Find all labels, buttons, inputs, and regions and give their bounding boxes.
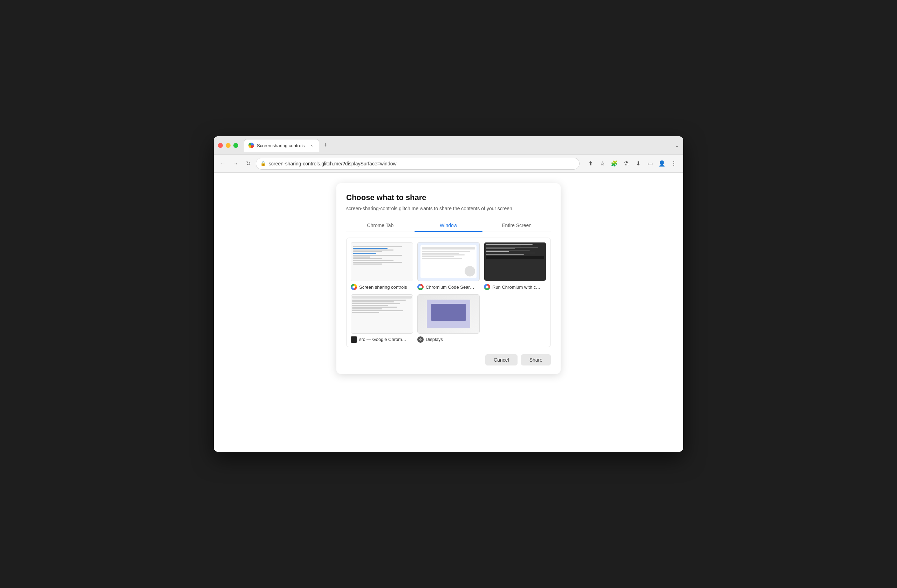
window-icon-5: ⚙ bbox=[417, 336, 424, 343]
window-label-1: Screen sharing controls bbox=[351, 284, 413, 290]
window-label-text-5: Displays bbox=[426, 337, 443, 342]
dialog-subtitle: screen-sharing-controls.glitch.me wants … bbox=[346, 206, 551, 211]
window-label-text-1: Screen sharing controls bbox=[359, 285, 407, 290]
window-thumb-1 bbox=[351, 242, 413, 281]
tab-title: Screen sharing controls bbox=[257, 143, 305, 148]
window-thumb-3 bbox=[484, 242, 546, 281]
window-thumb-4 bbox=[351, 294, 413, 333]
window-label-3: Run Chromium with co... bbox=[484, 284, 546, 290]
lock-icon: 🔒 bbox=[260, 161, 266, 166]
split-icon[interactable]: ▭ bbox=[645, 158, 655, 169]
window-label-text-4: src — Google Chrome... bbox=[359, 337, 408, 342]
reload-button[interactable]: ↻ bbox=[243, 159, 253, 168]
extensions-icon[interactable]: 🧩 bbox=[609, 158, 620, 169]
lab-icon[interactable]: ⚗ bbox=[621, 158, 631, 169]
share-dialog: Choose what to share screen-sharing-cont… bbox=[336, 183, 561, 374]
active-tab[interactable]: Screen sharing controls × bbox=[244, 139, 319, 152]
window-label-5: ⚙ Displays bbox=[417, 336, 480, 343]
tab-chrome-tab[interactable]: Chrome Tab bbox=[346, 219, 415, 232]
window-icon-2 bbox=[417, 284, 424, 290]
window-label-2: Chromium Code Searc... bbox=[417, 284, 480, 290]
close-button[interactable] bbox=[218, 143, 223, 148]
browser-window: Screen sharing controls × + ⌄ ← → ↻ 🔒 sc… bbox=[214, 136, 683, 452]
tab-favicon bbox=[248, 142, 254, 148]
window-item-4[interactable]: src — Google Chrome... bbox=[351, 294, 413, 342]
window-grid: Screen sharing controls bbox=[346, 237, 551, 347]
share-page-icon[interactable]: ⬆ bbox=[585, 158, 595, 169]
bookmark-icon[interactable]: ☆ bbox=[597, 158, 608, 169]
window-icon-1 bbox=[351, 284, 357, 290]
window-item-3[interactable]: Run Chromium with co... bbox=[484, 242, 546, 290]
page-content: Choose what to share screen-sharing-cont… bbox=[214, 173, 683, 452]
window-thumb-2 bbox=[417, 242, 480, 281]
tab-close-button[interactable]: × bbox=[309, 142, 315, 148]
share-button[interactable]: Share bbox=[521, 354, 551, 366]
window-icon-4 bbox=[351, 336, 357, 343]
dialog-title: Choose what to share bbox=[346, 193, 551, 202]
menu-icon[interactable]: ⋮ bbox=[669, 158, 679, 169]
url-bar[interactable]: 🔒 screen-sharing-controls.glitch.me/?dis… bbox=[256, 158, 580, 170]
profile-icon[interactable]: 👤 bbox=[657, 158, 667, 169]
window-thumb-5 bbox=[417, 294, 480, 333]
cancel-button[interactable]: Cancel bbox=[485, 354, 517, 366]
back-button[interactable]: ← bbox=[218, 159, 228, 168]
window-label-text-2: Chromium Code Searc... bbox=[426, 285, 475, 290]
title-bar: Screen sharing controls × + ⌄ bbox=[214, 136, 683, 155]
window-item-5[interactable]: ⚙ Displays bbox=[417, 294, 480, 342]
traffic-lights bbox=[218, 143, 238, 148]
download-icon[interactable]: ⬇ bbox=[633, 158, 643, 169]
address-bar: ← → ↻ 🔒 screen-sharing-controls.glitch.m… bbox=[214, 155, 683, 173]
toolbar-icons: ⬆ ☆ 🧩 ⚗ ⬇ ▭ 👤 ⋮ bbox=[585, 158, 679, 169]
window-item-1[interactable]: Screen sharing controls bbox=[351, 242, 413, 290]
tab-window[interactable]: Window bbox=[415, 219, 483, 232]
window-icon-3 bbox=[484, 284, 490, 290]
share-tabs: Chrome Tab Window Entire Screen bbox=[346, 219, 551, 232]
window-label-4: src — Google Chrome... bbox=[351, 336, 413, 343]
minimize-button[interactable] bbox=[226, 143, 231, 148]
maximize-button[interactable] bbox=[233, 143, 238, 148]
window-label-text-3: Run Chromium with co... bbox=[492, 285, 541, 290]
url-text: screen-sharing-controls.glitch.me/?displ… bbox=[269, 161, 575, 167]
dialog-actions: Cancel Share bbox=[346, 354, 551, 366]
tab-bar: Screen sharing controls × + ⌄ bbox=[244, 139, 679, 152]
tab-entire-screen[interactable]: Entire Screen bbox=[482, 219, 551, 232]
tab-overflow-button[interactable]: ⌄ bbox=[675, 142, 679, 148]
forward-button[interactable]: → bbox=[231, 159, 240, 168]
window-item-2[interactable]: Chromium Code Searc... bbox=[417, 242, 480, 290]
new-tab-button[interactable]: + bbox=[321, 141, 331, 150]
